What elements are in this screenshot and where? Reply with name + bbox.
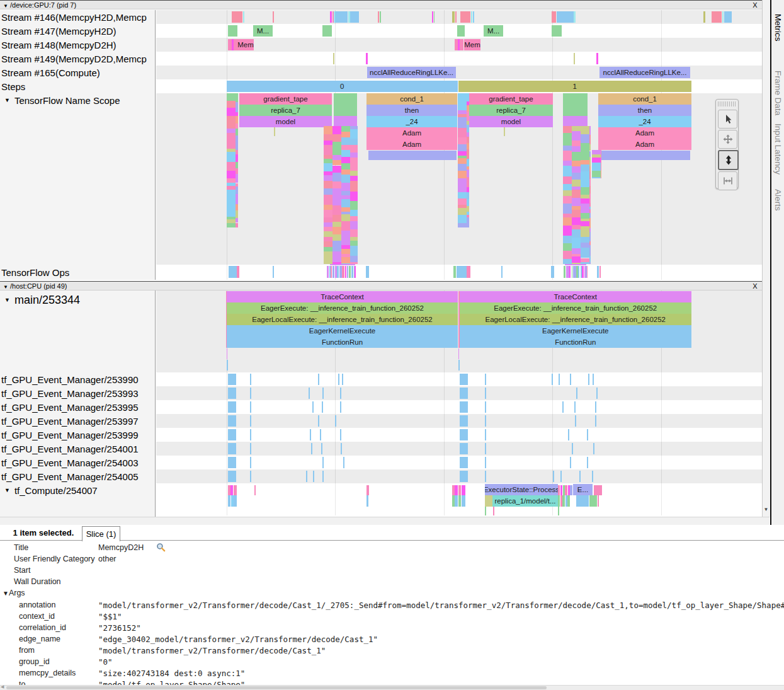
- slice-tab[interactable]: Slice (1): [82, 526, 120, 541]
- trace-event[interactable]: [250, 443, 251, 454]
- trace-event[interactable]: [594, 485, 602, 495]
- trace-event[interactable]: [485, 374, 486, 385]
- dense-event-cluster[interactable]: [564, 266, 588, 278]
- trace-event[interactable]: [703, 11, 705, 23]
- selection-tool-button[interactable]: [718, 110, 737, 129]
- collapse-arrow-icon[interactable]: ▼: [3, 284, 8, 290]
- trace-event[interactable]: [565, 485, 567, 495]
- trace-event[interactable]: [493, 507, 494, 515]
- row-label-tf-compute-254007[interactable]: ▼tf_Compute/254007: [0, 483, 155, 497]
- row-label-steps[interactable]: Steps: [0, 79, 156, 93]
- trace-event[interactable]: [229, 266, 237, 278]
- trace-event[interactable]: [557, 11, 574, 23]
- timing-tool-button[interactable]: [718, 171, 737, 190]
- trace-event[interactable]: [306, 471, 307, 482]
- row-label-stream-146[interactable]: Stream #146(MemcpyH2D,Memcp: [0, 10, 156, 24]
- trace-event[interactable]: [250, 374, 251, 385]
- trace-event[interactable]: [273, 11, 274, 23]
- trace-event[interactable]: [551, 266, 554, 278]
- trace-event[interactable]: [378, 11, 379, 23]
- trace-event[interactable]: EagerLocalExecute: __inference_train_fun…: [227, 314, 458, 325]
- trace-event[interactable]: [342, 374, 343, 385]
- row-label-tf-ops[interactable]: TensorFlow Ops: [0, 265, 156, 280]
- trace-event[interactable]: [310, 429, 311, 440]
- row-label-evm-253997[interactable]: tf_GPU_Event_Manager/253997: [0, 414, 156, 428]
- trace-event[interactable]: [593, 374, 594, 385]
- trace-event[interactable]: [560, 471, 562, 482]
- trace-event[interactable]: [320, 429, 321, 440]
- trace-event[interactable]: [562, 495, 565, 507]
- trace-event[interactable]: [471, 11, 473, 23]
- trace-event[interactable]: [250, 415, 251, 427]
- trace-event[interactable]: [552, 374, 553, 385]
- vertical-scrollbar[interactable]: [762, 0, 770, 517]
- trace-event[interactable]: [467, 266, 470, 278]
- trace-event[interactable]: [455, 11, 457, 23]
- trace-event[interactable]: M...: [253, 25, 273, 37]
- row-label-stream-149[interactable]: Stream #149(MemcpyD2D,Memcp: [0, 52, 156, 66]
- trace-event[interactable]: TraceContext: [227, 291, 458, 302]
- trace-event[interactable]: [322, 457, 324, 468]
- scroll-down-arrow[interactable]: ▼: [762, 507, 770, 515]
- trace-event[interactable]: [228, 374, 236, 385]
- trace-event[interactable]: [227, 348, 228, 359]
- trace-event[interactable]: [250, 429, 251, 440]
- trace-event[interactable]: [334, 93, 357, 105]
- dense-event-cluster[interactable]: [327, 266, 356, 278]
- trace-event[interactable]: [330, 264, 355, 265]
- trace-event[interactable]: [318, 374, 319, 385]
- trace-event[interactable]: [485, 443, 486, 454]
- trace-event[interactable]: [462, 485, 465, 495]
- palette-grip-handle[interactable]: [718, 101, 736, 106]
- trace-event[interactable]: [455, 495, 458, 507]
- trace-event[interactable]: [560, 485, 563, 495]
- trace-event[interactable]: [322, 388, 324, 399]
- cpu-close-button[interactable]: X: [751, 282, 759, 290]
- trace-event[interactable]: [563, 93, 588, 105]
- trace-event[interactable]: [227, 360, 228, 371]
- trace-event[interactable]: [460, 11, 470, 23]
- row-label-stream-148[interactable]: Stream #148(MemcpyD2H): [0, 38, 156, 52]
- trace-event[interactable]: E...: [573, 484, 593, 495]
- scroll-left-arrow[interactable]: ◀: [1, 684, 4, 689]
- trace-event[interactable]: [568, 429, 569, 440]
- trace-event[interactable]: [334, 105, 357, 116]
- trace-event[interactable]: [343, 457, 344, 468]
- trace-event[interactable]: [600, 151, 690, 160]
- dense-event-cluster[interactable]: [592, 150, 601, 178]
- trace-event[interactable]: TraceContext: [460, 291, 692, 302]
- trace-event[interactable]: [366, 495, 368, 507]
- trace-event[interactable]: [228, 471, 236, 482]
- trace-event[interactable]: [312, 401, 314, 413]
- trace-event[interactable]: [565, 264, 586, 265]
- row-label-main-253344[interactable]: ▼main/253344: [0, 290, 155, 309]
- trace-event[interactable]: [380, 11, 381, 23]
- tab-input-latency[interactable]: Input Latency: [773, 124, 783, 175]
- trace-event[interactable]: [313, 471, 314, 482]
- trace-event[interactable]: [457, 266, 467, 278]
- pan-tool-button[interactable]: [718, 130, 737, 149]
- trace-event[interactable]: [250, 401, 251, 413]
- row-label-evm-254001[interactable]: tf_GPU_Event_Manager/254001: [0, 442, 156, 456]
- trace-event[interactable]: [485, 415, 486, 427]
- trace-event[interactable]: [458, 360, 460, 371]
- trace-event[interactable]: [599, 266, 601, 278]
- trace-event[interactable]: ExecutorState::Process: [485, 484, 558, 495]
- trace-event[interactable]: [462, 495, 465, 507]
- expander-arrow-icon[interactable]: ▼: [4, 487, 10, 493]
- trace-event[interactable]: [574, 401, 576, 413]
- trace-event[interactable]: [587, 429, 588, 440]
- trace-event[interactable]: [485, 401, 486, 413]
- trace-event[interactable]: [455, 485, 458, 495]
- trace-event[interactable]: then: [598, 105, 691, 116]
- dense-event-cluster[interactable]: [324, 126, 358, 264]
- trace-event[interactable]: [598, 495, 599, 507]
- trace-event[interactable]: Mem: [237, 39, 254, 50]
- trace-event[interactable]: [237, 266, 239, 278]
- trace-event[interactable]: [340, 401, 341, 413]
- trace-event[interactable]: [595, 415, 596, 427]
- trace-event[interactable]: [250, 388, 251, 399]
- trace-event[interactable]: [460, 429, 468, 440]
- trace-event[interactable]: [458, 291, 460, 348]
- trace-event[interactable]: cond_1: [366, 93, 457, 105]
